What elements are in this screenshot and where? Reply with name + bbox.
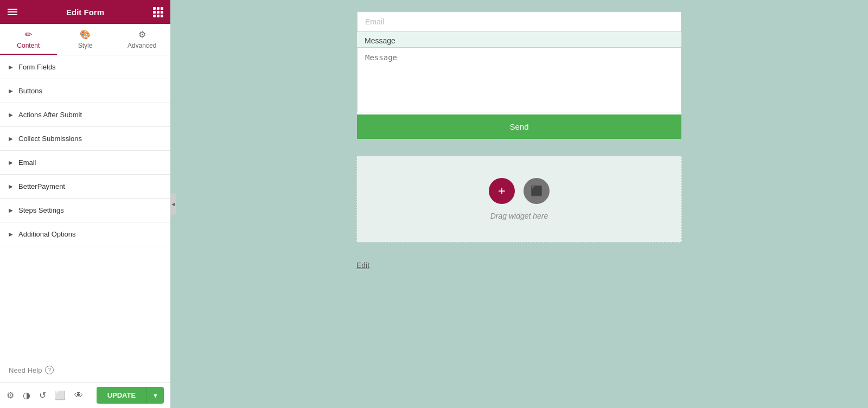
send-button[interactable]: Send	[357, 114, 681, 139]
advanced-tab-icon: ⚙	[138, 29, 146, 40]
accordion-label-collect-submissions: Collect Submissions	[18, 135, 82, 143]
responsive-icon[interactable]: ⬜	[55, 390, 66, 400]
accordion-header-email[interactable]: ▶ Email	[0, 151, 170, 174]
update-dropdown-button[interactable]: ▼	[146, 387, 164, 404]
panel-title: Edit Form	[66, 8, 104, 17]
canvas-area: Message Send + ⬛ Drag widget here Edit	[170, 0, 868, 408]
email-field-container	[357, 11, 681, 32]
widget-icon: ⬛	[531, 185, 542, 197]
accordion-arrow-collect-submissions: ▶	[9, 136, 13, 142]
drag-widget-icons: + ⬛	[489, 178, 550, 204]
history-icon[interactable]: ↺	[39, 390, 46, 400]
accordion-label-actions-after-submit: Actions After Submit	[18, 111, 82, 119]
accordion-arrow-better-payment: ▶	[9, 183, 13, 189]
accordion-item-actions-after-submit: ▶ Actions After Submit	[0, 103, 170, 127]
accordion-item-additional-options: ▶ Additional Options	[0, 222, 170, 246]
accordion-label-better-payment: BetterPayment	[18, 182, 65, 190]
accordion-header-buttons[interactable]: ▶ Buttons	[0, 79, 170, 103]
accordion-arrow-steps-settings: ▶	[9, 207, 13, 213]
widget-type-button[interactable]: ⬛	[524, 178, 550, 204]
accordion-list: ▶ Form Fields ▶ Buttons ▶ Actions After …	[0, 55, 170, 358]
accordion-header-steps-settings[interactable]: ▶ Steps Settings	[0, 199, 170, 222]
add-widget-button[interactable]: +	[489, 178, 515, 204]
left-panel: Edit Form ✏ Content 🎨 Style ⚙ Advanced ▶	[0, 0, 170, 408]
layers-icon[interactable]: ◑	[23, 390, 30, 400]
accordion-label-additional-options: Additional Options	[18, 230, 76, 238]
settings-icon[interactable]: ⚙	[7, 390, 14, 400]
panel-header: Edit Form	[0, 0, 170, 24]
drag-widget-area: + ⬛ Drag widget here	[356, 156, 682, 243]
accordion-header-collect-submissions[interactable]: ▶ Collect Submissions	[0, 127, 170, 150]
accordion-item-better-payment: ▶ BetterPayment	[0, 175, 170, 199]
collapse-panel-handle[interactable]: ◀	[170, 193, 176, 215]
update-btn-group: UPDATE ▼	[97, 387, 164, 404]
preview-icon[interactable]: 👁	[74, 391, 83, 400]
form-widget: Message Send	[356, 11, 682, 139]
accordion-arrow-email: ▶	[9, 160, 13, 165]
tab-advanced[interactable]: ⚙ Advanced	[113, 24, 170, 55]
message-textarea[interactable]	[357, 47, 681, 112]
accordion-item-steps-settings: ▶ Steps Settings	[0, 199, 170, 222]
advanced-tab-label: Advanced	[127, 42, 156, 49]
need-help-label: Need Help	[9, 366, 42, 374]
accordion-label-email: Email	[18, 158, 36, 167]
tab-style[interactable]: 🎨 Style	[57, 24, 114, 55]
drag-widget-label: Drag widget here	[490, 212, 548, 220]
accordion-label-buttons: Buttons	[18, 87, 42, 95]
accordion-header-better-payment[interactable]: ▶ BetterPayment	[0, 175, 170, 198]
accordion-header-form-fields[interactable]: ▶ Form Fields	[0, 55, 170, 79]
message-field-container: Message	[357, 32, 681, 114]
accordion-item-collect-submissions: ▶ Collect Submissions	[0, 127, 170, 151]
style-tab-label: Style	[78, 42, 93, 49]
help-circle-icon: ?	[45, 366, 54, 374]
content-tab-icon: ✏	[25, 29, 32, 40]
accordion-arrow-buttons: ▶	[9, 88, 13, 94]
accordion-item-form-fields: ▶ Form Fields	[0, 55, 170, 79]
accordion-header-actions-after-submit[interactable]: ▶ Actions After Submit	[0, 103, 170, 126]
email-input[interactable]	[357, 11, 681, 32]
accordion-item-buttons: ▶ Buttons	[0, 79, 170, 103]
accordion-arrow-actions-after-submit: ▶	[9, 112, 13, 118]
footer-icons-group: ⚙ ◑ ↺ ⬜ 👁	[7, 390, 83, 400]
tab-content[interactable]: ✏ Content	[0, 24, 57, 55]
plus-icon: +	[498, 183, 506, 199]
update-button[interactable]: UPDATE	[97, 387, 146, 404]
tabs-bar: ✏ Content 🎨 Style ⚙ Advanced	[0, 24, 170, 55]
accordion-item-email: ▶ Email	[0, 151, 170, 175]
style-tab-icon: 🎨	[80, 29, 91, 40]
accordion-arrow-form-fields: ▶	[9, 64, 13, 70]
content-tab-label: Content	[17, 42, 40, 49]
need-help-section[interactable]: Need Help ?	[0, 358, 170, 382]
accordion-label-form-fields: Form Fields	[18, 63, 56, 71]
message-label: Message	[357, 32, 681, 47]
accordion-arrow-additional-options: ▶	[9, 231, 13, 237]
accordion-label-steps-settings: Steps Settings	[18, 206, 64, 214]
apps-grid-icon[interactable]	[153, 7, 163, 17]
hamburger-menu-icon[interactable]	[8, 9, 17, 15]
panel-footer: ⚙ ◑ ↺ ⬜ 👁 UPDATE ▼	[0, 382, 170, 408]
accordion-header-additional-options[interactable]: ▶ Additional Options	[0, 222, 170, 246]
edit-link[interactable]: Edit	[356, 259, 682, 272]
